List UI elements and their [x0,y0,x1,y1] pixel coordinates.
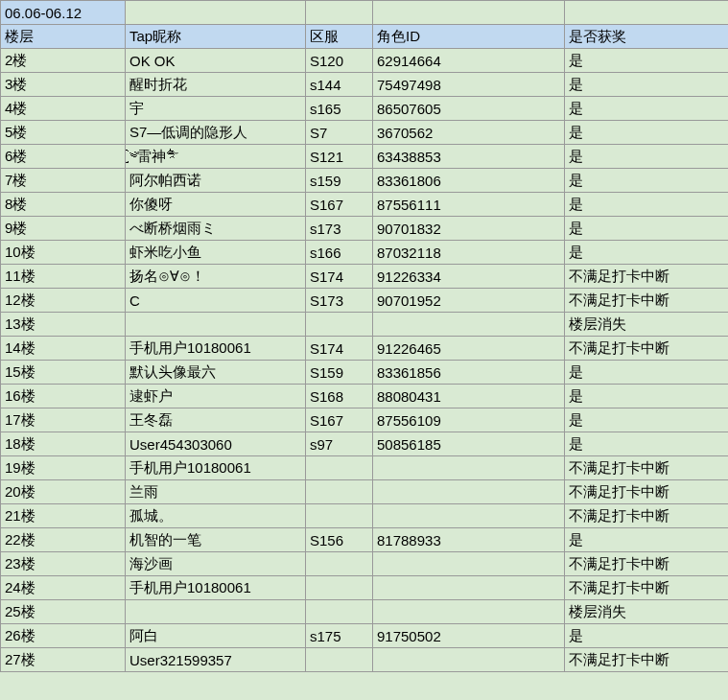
cell-award: 不满足打卡中断 [565,648,729,672]
cell-award: 是 [565,73,729,97]
cell-server [306,648,373,672]
table-row: 4楼宇s16586507605是 [1,97,729,121]
title-row: 06.06-06.12 [1,1,729,25]
table-row: 13楼楼层消失 [1,313,729,337]
cell-award: 是 [565,97,729,121]
cell-roleid [373,600,565,624]
header-floor: 楼层 [1,25,126,49]
cell-floor: 11楼 [1,265,126,289]
cell-tap: 阿白 [126,624,306,648]
cell-award: 楼层消失 [565,600,729,624]
table-row: 9楼べ断桥烟雨ミs17390701832是 [1,217,729,241]
header-row: 楼层 Tap昵称 区服 角色ID 是否获奖 [1,25,729,49]
cell-roleid [373,313,565,337]
cell-server [306,456,373,480]
cell-server: S174 [306,337,373,361]
cell-tap: 宇 [126,97,306,121]
cell-floor: 10楼 [1,241,126,265]
table-row: 5楼S7—低调的隐形人S73670562是 [1,121,729,145]
cell-server: S167 [306,408,373,432]
cell-floor: 9楼 [1,217,126,241]
cell-roleid [373,648,565,672]
table-row: 2楼OK OKS12062914664是 [1,49,729,73]
cell-roleid: 87032118 [373,241,565,265]
cell-server: s173 [306,217,373,241]
cell-floor: 2楼 [1,49,126,73]
cell-award: 不满足打卡中断 [565,480,729,504]
cell-award: 不满足打卡中断 [565,504,729,528]
cell-floor: 19楼 [1,456,126,480]
cell-floor: 27楼 [1,648,126,672]
cell-award: 是 [565,408,729,432]
cell-floor: 20楼 [1,480,126,504]
table-row: 26楼阿白s17591750502是 [1,624,729,648]
cell-server: s97 [306,432,373,456]
cell-tap: 孤城。 [126,504,306,528]
header-roleid: 角色ID [373,25,565,49]
cell-floor: 14楼 [1,337,126,361]
cell-tap: 阿尔帕西诺 [126,169,306,193]
cell-server: s165 [306,97,373,121]
cell-tap: S7—低调的隐形人 [126,121,306,145]
cell-floor: 23楼 [1,552,126,576]
cell-roleid: 87556109 [373,408,565,432]
cell-award: 是 [565,49,729,73]
cell-roleid: 3670562 [373,121,565,145]
table-row: 20楼兰雨不满足打卡中断 [1,480,729,504]
cell-server [306,600,373,624]
table-row: 19楼手机用户10180061不满足打卡中断 [1,456,729,480]
cell-roleid: 90701952 [373,289,565,313]
table-row: 21楼孤城。不满足打卡中断 [1,504,729,528]
cell-award: 是 [565,193,729,217]
cell-server [306,552,373,576]
table-row: 16楼逮虾户S16888080431是 [1,385,729,408]
cell-server: S156 [306,528,373,552]
cell-tap: 王冬磊 [126,408,306,432]
cell-tap: 虾米吃小鱼 [126,241,306,265]
cell-floor: 22楼 [1,528,126,552]
cell-roleid: 91226465 [373,337,565,361]
date-range: 06.06-06.12 [1,1,126,25]
cell-tap: User454303060 [126,432,306,456]
cell-roleid: 87556111 [373,193,565,217]
cell-floor: 6楼 [1,145,126,169]
cell-tap: 你傻呀 [126,193,306,217]
cell-server: S159 [306,361,373,385]
cell-award: 是 [565,361,729,385]
cell-tap: 机智的一笔 [126,528,306,552]
cell-tap: 扬名⊙∀⊙！ [126,265,306,289]
cell-tap: 逮虾户 [126,385,306,408]
cell-roleid [373,576,565,600]
table-row: 7楼阿尔帕西诺s15983361806是 [1,169,729,193]
cell-tap: 醒时折花 [126,73,306,97]
table-row: 27楼User321599357不满足打卡中断 [1,648,729,672]
award-table: 06.06-06.12 楼层 Tap昵称 区服 角色ID 是否获奖 2楼OK O… [0,0,728,672]
cell-roleid [373,504,565,528]
cell-award: 是 [565,528,729,552]
cell-tap: 手机用户10180061 [126,337,306,361]
cell-award: 是 [565,121,729,145]
table-row: 18楼User454303060s9750856185是 [1,432,729,456]
table-row: 6楼༄ེུ雷神࿐ྂS12163438853是 [1,145,729,169]
cell-roleid [373,552,565,576]
table-row: 25楼楼层消失 [1,600,729,624]
cell-award: 楼层消失 [565,313,729,337]
cell-floor: 17楼 [1,408,126,432]
cell-floor: 25楼 [1,600,126,624]
table-row: 17楼王冬磊S16787556109是 [1,408,729,432]
table-row: 14楼手机用户10180061S17491226465不满足打卡中断 [1,337,729,361]
cell-floor: 16楼 [1,385,126,408]
cell-server: s144 [306,73,373,97]
table-row: 22楼机智的一笔S15681788933是 [1,528,729,552]
cell-floor: 7楼 [1,169,126,193]
cell-server: s175 [306,624,373,648]
cell-tap: 手机用户10180061 [126,576,306,600]
cell-tap [126,313,306,337]
cell-roleid [373,480,565,504]
cell-tap: ༄ེུ雷神࿐ྂ [126,145,306,169]
cell-award: 不满足打卡中断 [565,576,729,600]
cell-tap: OK OK [126,49,306,73]
cell-roleid: 91750502 [373,624,565,648]
cell-roleid: 50856185 [373,432,565,456]
cell-roleid: 75497498 [373,73,565,97]
